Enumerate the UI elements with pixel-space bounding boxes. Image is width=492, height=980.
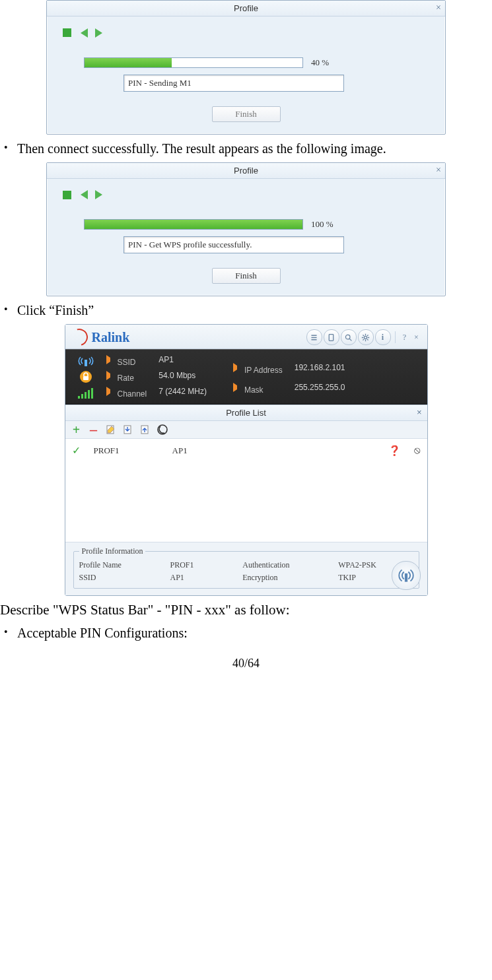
status-field [123,236,344,253]
antenna-icon [77,355,95,367]
stop-icon[interactable] [63,28,71,37]
mask-value: 255.255.255.0 [295,383,345,399]
wifi-badge-icon[interactable] [392,561,421,590]
list-icon[interactable] [306,329,322,345]
progress-percent: 100 % [311,219,334,230]
dialog-title: Profile × [47,163,445,179]
import-icon[interactable] [122,424,134,436]
progress-bar [84,219,303,230]
logo-icon [67,325,91,349]
profile-list[interactable]: ✓ PROF1 AP1 ❓ ⦸ [65,439,427,542]
check-icon: ✓ [72,444,81,457]
forward-icon[interactable] [95,190,102,199]
progress-percent: 40 % [311,57,329,68]
profile-dialog-1: Profile × 40 % Finish [46,0,446,135]
profile-row[interactable]: ✓ PROF1 AP1 ❓ ⦸ [72,444,421,457]
profile-list-toolbar: + – [65,421,427,439]
close-icon[interactable]: × [411,330,422,344]
profile-info-legend: Profile Information [79,546,146,556]
separator [395,331,396,343]
progress-fill [85,220,302,229]
profile-list-title: Profile List × [65,405,427,421]
profile-information: Profile Information Profile Name PROF1 A… [65,542,427,595]
stop-icon[interactable] [63,191,71,199]
add-icon[interactable]: + [71,424,83,436]
profile-list-title-text: Profile List [226,408,266,418]
profile-ssid: AP1 [172,445,188,456]
brand-text: Ralink [92,330,130,345]
lock-icon [79,370,93,384]
svg-rect-3 [85,360,87,366]
info-icon[interactable]: i [375,329,391,345]
connection-status-panel: SSIDAP1 Rate54.0 Mbps Channel7 (2442 MHz… [65,349,427,405]
svg-point-2 [364,336,367,339]
wps-indicator-icon: ❓ [388,445,401,457]
page-icon[interactable] [324,329,339,345]
ssid-value: AP1 [158,355,207,367]
bullet-text: Click “Finish” [0,302,492,319]
profile-name-label: Profile Name [79,560,158,570]
channel-value: 7 (2442 MHz) [158,387,207,399]
svg-point-1 [345,335,350,339]
status-field [123,75,344,92]
progress-bar [84,57,303,68]
profile-ssid-label: SSID [79,573,158,583]
encryption-label: Encryption [242,573,326,583]
mask-label: Mask [233,383,283,399]
ip-label: IP Address [233,363,283,379]
profile-ssid-value: AP1 [170,573,231,583]
ralink-logo: Ralink [71,329,130,346]
profile-dialog-2: Profile × 100 % Finish [46,162,446,297]
finish-button[interactable]: Finish [212,268,281,284]
close-icon[interactable]: × [436,3,441,13]
back-icon[interactable] [81,28,88,38]
close-icon[interactable]: × [436,165,441,176]
edit-icon[interactable] [105,424,117,436]
remove-icon[interactable]: – [88,424,100,436]
svg-rect-10 [404,573,407,582]
rate-value: 54.0 Mbps [158,371,207,383]
help-icon[interactable]: ? [400,330,410,344]
dialog-toolbar [57,23,435,39]
dialog-title-text: Profile [234,166,258,176]
export-icon[interactable] [139,424,151,436]
dialog-toolbar [57,185,435,201]
search-icon[interactable] [341,329,357,345]
rate-label: Rate [106,371,147,383]
finish-button[interactable]: Finish [212,106,281,122]
ip-value: 192.168.2.101 [295,363,345,379]
svg-rect-0 [329,334,334,341]
bullet-text: Then connect successfully. The result ap… [0,140,492,157]
dialog-title-text: Profile [234,3,258,13]
bullet-text: Acceptable PIN Configurations: [0,624,492,641]
secure-indicator-icon: ⦸ [414,445,421,456]
close-icon[interactable]: × [417,407,422,417]
page-number: 40/64 [0,656,492,671]
profile-name-value: PROF1 [170,560,231,570]
wps-icon[interactable] [157,424,168,436]
signal-bars-icon [78,387,93,399]
back-icon[interactable] [81,190,88,199]
ralink-window: Ralink i ? × SSIDAP1 [65,324,428,596]
profile-name: PROF1 [94,445,120,456]
body-text: Describe "WPS Status Bar" - "PIN - xxx" … [0,601,492,619]
svg-rect-5 [83,376,88,380]
dialog-title: Profile × [47,1,445,16]
gear-icon[interactable] [358,329,374,345]
ssid-label: SSID [106,355,147,367]
auth-label: Authentication [242,560,326,570]
forward-icon[interactable] [95,28,102,38]
progress-fill [85,58,172,67]
channel-label: Channel [106,387,147,399]
